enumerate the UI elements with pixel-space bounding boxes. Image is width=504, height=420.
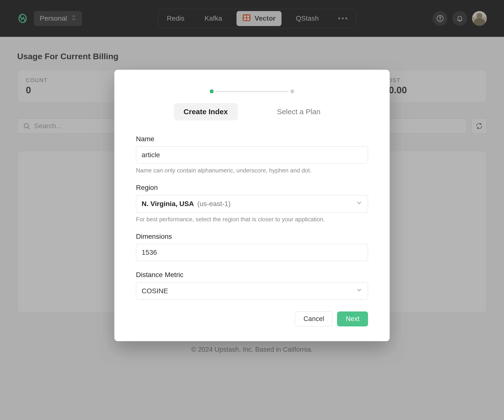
svg-rect-3 [244, 18, 246, 20]
step-label-create[interactable]: Create Index [174, 103, 238, 120]
chevron-up-down-icon [72, 14, 76, 23]
logo-icon [17, 13, 28, 24]
refresh-button[interactable] [472, 118, 487, 134]
nav-redis[interactable]: Redis [161, 12, 190, 25]
svg-point-6 [440, 20, 440, 20]
metric-value: COSINE [142, 287, 168, 295]
avatar[interactable] [472, 11, 487, 26]
stat-card-count: COUNT 0 [17, 70, 129, 103]
bell-icon [456, 15, 463, 22]
dimensions-input[interactable] [136, 244, 368, 261]
name-input[interactable] [136, 146, 368, 164]
nav-qstash[interactable]: QStash [290, 12, 325, 25]
stat-card-cost: COST $0.00 [375, 70, 487, 103]
region-select[interactable]: N. Virginia, USA (us-east-1) [136, 195, 368, 212]
nav-more-icon[interactable]: ••• [333, 14, 354, 23]
svg-rect-4 [247, 18, 249, 20]
nav-kafka[interactable]: Kafka [199, 12, 228, 25]
team-selector[interactable]: Personal [34, 11, 82, 26]
search-icon [23, 122, 30, 130]
stat-label: COUNT [26, 77, 120, 84]
team-selector-label: Personal [40, 14, 67, 22]
stat-label: COST [384, 77, 478, 84]
name-hint: Name can only contain alphanumeric, unde… [136, 167, 368, 174]
step-bar [215, 91, 289, 92]
cancel-button[interactable]: Cancel [295, 311, 333, 326]
refresh-icon [475, 122, 483, 130]
metric-label: Distance Metric [136, 271, 368, 279]
help-button[interactable] [433, 11, 447, 26]
product-nav: Redis Kafka Vector QStash ••• [158, 9, 356, 28]
help-icon [436, 15, 444, 22]
chevron-down-icon [356, 200, 362, 208]
stat-value: 0 [26, 85, 120, 96]
create-index-modal: Create Index Select a Plan Name Name can… [114, 70, 390, 341]
svg-rect-2 [247, 15, 249, 17]
region-sub: (us-east-1) [197, 200, 230, 208]
region-label: Region [136, 184, 368, 192]
stat-value: $0.00 [384, 85, 478, 96]
page-title: Usage For Current Billing [17, 52, 487, 61]
notifications-button[interactable] [452, 11, 467, 26]
svg-rect-1 [244, 15, 246, 17]
vector-icon [242, 14, 251, 23]
step-dot-1 [210, 89, 214, 93]
step-dot-2 [290, 89, 294, 93]
step-label-plan[interactable]: Select a Plan [267, 103, 330, 120]
name-label: Name [136, 135, 368, 143]
stepper [136, 89, 368, 93]
region-hint: For best performance, select the region … [136, 216, 368, 223]
region-value: N. Virginia, USA [142, 200, 194, 208]
dimensions-label: Dimensions [136, 233, 368, 240]
svg-rect-0 [243, 14, 251, 21]
footer: © 2024 Upstash, Inc. Based in California… [0, 342, 504, 361]
chevron-down-icon [356, 287, 362, 295]
next-button[interactable]: Next [337, 311, 368, 326]
metric-select[interactable]: COSINE [136, 282, 368, 300]
nav-vector[interactable]: Vector [237, 11, 282, 26]
topbar: Personal Redis Kafka Vector QStash ••• [0, 0, 504, 37]
